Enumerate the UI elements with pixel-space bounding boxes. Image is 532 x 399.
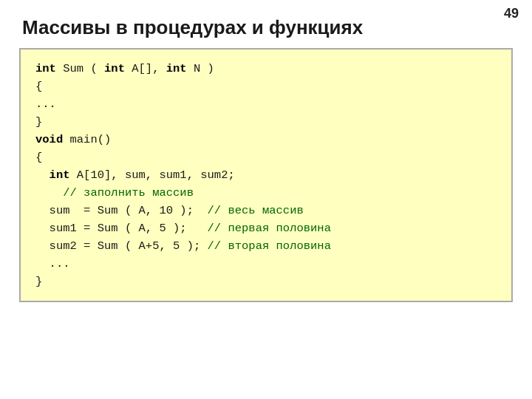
code-line-7: int A[10], sum, sum1, sum2; (35, 166, 497, 184)
code-box: int Sum ( int A[], int N ) { ... } void … (19, 48, 513, 302)
code-line-13: } (35, 273, 497, 290)
code-line-8: // заполнить массив (35, 184, 497, 202)
code-line-3: ... (35, 95, 497, 113)
code-line-9: sum = Sum ( A, 10 ); // весь массив (35, 202, 497, 219)
page-number: 49 (504, 6, 519, 21)
slide-title: Массивы в процедурах и функциях (22, 16, 510, 39)
code-line-11: sum2 = Sum ( A+5, 5 ); // вторая половин… (35, 237, 497, 255)
code-line-2: { (35, 78, 497, 95)
code-line-6: { (35, 149, 497, 166)
code-line-5: void main() (35, 131, 497, 149)
code-line-10: sum1 = Sum ( A, 5 ); // первая половина (35, 219, 497, 237)
code-line-4: } (35, 113, 497, 131)
code-line-1: int Sum ( int A[], int N ) (35, 60, 497, 78)
code-line-12: ... (35, 255, 497, 273)
